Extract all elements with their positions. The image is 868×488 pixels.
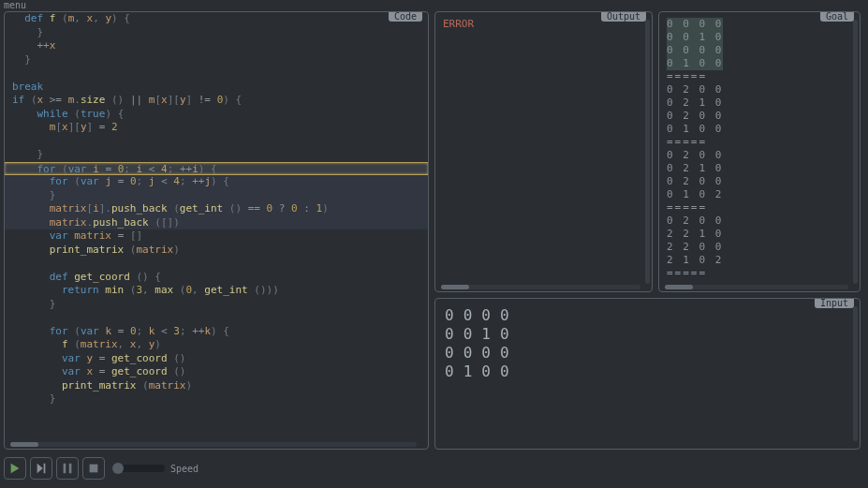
code-line[interactable]: print_matrix (matrix) — [5, 244, 428, 258]
pause-icon — [61, 462, 74, 475]
code-line[interactable]: } — [5, 148, 428, 162]
output-v-scrollbar[interactable] — [645, 20, 650, 284]
play-button[interactable] — [4, 457, 26, 480]
goal-line: 0 1 0 0 — [667, 57, 852, 70]
speed-slider[interactable] — [112, 465, 165, 472]
code-line[interactable]: for (var k = 0; k < 3; ++k) { — [5, 325, 428, 339]
goal-line: 0 2 1 0 — [667, 162, 852, 175]
step-icon — [35, 462, 48, 475]
goal-line: 2 2 0 0 — [667, 241, 852, 254]
speed-slider-thumb[interactable] — [112, 463, 124, 474]
code-line[interactable]: } — [5, 53, 428, 67]
code-line[interactable]: return min (3, max (0, get_int ())) — [5, 284, 428, 298]
output-panel: Output ERROR — [434, 11, 653, 292]
output-panel-label: Output — [601, 11, 646, 22]
goal-line: 2 1 0 2 — [667, 254, 852, 267]
code-line[interactable]: ++x — [5, 39, 428, 53]
code-line[interactable]: def f (m, x, y) { — [5, 12, 428, 26]
code-panel-label: Code — [389, 11, 422, 22]
stop-icon — [87, 462, 100, 475]
code-line[interactable]: var matrix = [] — [5, 229, 428, 244]
goal-line: 0 0 1 0 — [667, 31, 852, 44]
stop-button[interactable] — [82, 457, 105, 480]
main-layout: Code def f (m, x, y) { } ++x }breakif (x… — [0, 11, 868, 450]
input-line: 0100 — [445, 362, 850, 381]
pause-button[interactable] — [56, 457, 79, 480]
code-line[interactable]: for (var j = 0; j < 4; ++j) { — [5, 175, 428, 189]
goal-h-scrollbar[interactable] — [665, 285, 848, 289]
code-line[interactable]: var y = get_coord () — [5, 352, 428, 366]
goal-line: 0 2 1 0 — [667, 96, 852, 110]
output-h-scrollbar[interactable] — [441, 285, 640, 289]
input-content: 0000001000000100 — [435, 299, 860, 389]
code-line[interactable]: f (matrix, x, y) — [5, 338, 428, 352]
goal-line: 0 2 0 0 — [667, 149, 852, 162]
code-line[interactable] — [5, 257, 428, 271]
code-line[interactable] — [5, 135, 428, 149]
code-line[interactable]: matrix[i].push_back (get_int () == 0 ? 0… — [5, 202, 428, 216]
code-h-scrollbar[interactable] — [10, 442, 417, 447]
code-line[interactable] — [5, 311, 428, 325]
input-line: 0000 — [445, 306, 850, 325]
step-button[interactable] — [30, 457, 52, 480]
code-line[interactable]: } — [5, 392, 428, 407]
code-line[interactable]: if (x >= m.size () || m[x][y] != 0) { — [5, 94, 428, 108]
goal-line: 0 1 0 0 — [667, 123, 852, 136]
code-line[interactable]: var x = get_coord () — [5, 365, 428, 379]
code-line[interactable]: } — [5, 26, 428, 40]
speed-label: Speed — [170, 464, 199, 474]
svg-rect-2 — [69, 464, 72, 474]
code-line[interactable]: } — [5, 189, 428, 203]
goal-line: 0 2 0 0 — [667, 110, 852, 123]
goal-panel-label: Goal — [820, 11, 854, 22]
code-line[interactable]: break — [5, 81, 428, 95]
input-panel: Input 0000001000000100 — [434, 298, 861, 450]
input-line: 0010 — [445, 325, 850, 344]
goal-line: ===== — [667, 136, 852, 149]
play-icon — [8, 462, 22, 475]
code-line[interactable] — [5, 67, 428, 81]
goal-line: ===== — [667, 201, 852, 214]
goal-line: 0 2 0 0 — [667, 83, 852, 96]
code-line[interactable]: } — [5, 298, 428, 312]
input-panel-label: Input — [815, 298, 854, 308]
input-line: 0000 — [445, 344, 850, 362]
svg-rect-3 — [90, 465, 98, 473]
goal-line: ===== — [667, 267, 852, 280]
goal-content: 0 0 0 00 0 1 00 0 0 00 1 0 0=====0 2 0 0… — [659, 12, 860, 286]
code-line[interactable]: for (var i = 0; i < 4; ++i) { — [5, 162, 428, 176]
goal-line: 0 2 0 0 — [667, 214, 852, 228]
menu-label[interactable]: menu — [4, 0, 26, 10]
goal-line: ===== — [667, 70, 852, 83]
input-v-scrollbar[interactable] — [853, 306, 858, 441]
code-line[interactable]: matrix.push_back ([]) — [5, 216, 428, 230]
code-panel[interactable]: Code def f (m, x, y) { } ++x }breakif (x… — [4, 11, 429, 450]
goal-panel: Goal 0 0 0 00 0 1 00 0 0 00 1 0 0=====0 … — [658, 11, 861, 292]
goal-line: 2 2 1 0 — [667, 228, 852, 241]
goal-line: 0 1 0 2 — [667, 188, 852, 201]
code-line[interactable]: def get_coord () { — [5, 271, 428, 285]
code-editor[interactable]: def f (m, x, y) { } ++x }breakif (x >= m… — [5, 12, 428, 449]
goal-line: 0 2 0 0 — [667, 175, 852, 188]
control-bar: Speed — [0, 450, 868, 487]
goal-v-scrollbar[interactable] — [853, 20, 858, 284]
svg-rect-1 — [64, 464, 66, 474]
code-line[interactable]: print_matrix (matrix) — [5, 379, 428, 393]
goal-line: 0 0 0 0 — [667, 44, 852, 57]
code-line[interactable]: m[x][y] = 2 — [5, 121, 428, 135]
svg-rect-0 — [44, 464, 46, 474]
code-line[interactable]: while (true) { — [5, 108, 428, 122]
menu-bar[interactable]: menu — [0, 0, 868, 11]
